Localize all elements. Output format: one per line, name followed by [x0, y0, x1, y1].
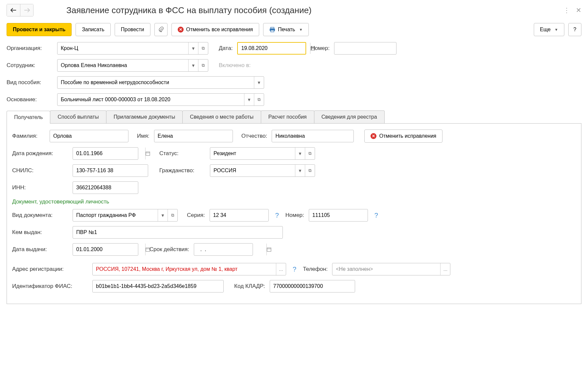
inn-input[interactable] — [73, 181, 138, 194]
middlename-input[interactable] — [272, 130, 354, 142]
firstname-input[interactable] — [154, 130, 233, 142]
idate-label: Дата выдачи: — [12, 246, 68, 253]
dropdown-icon[interactable]: ▼ — [158, 209, 168, 221]
docnum-input[interactable] — [309, 209, 368, 222]
org-input[interactable]: ▼ ⧉ — [57, 42, 208, 55]
calendar-icon[interactable] — [266, 244, 271, 255]
benefit-label: Вид пособия: — [7, 79, 53, 86]
number-input[interactable] — [334, 42, 396, 55]
nav-forward-button[interactable] — [20, 4, 33, 16]
dob-input[interactable] — [73, 147, 138, 160]
org-label: Организация: — [7, 45, 53, 52]
kebab-menu-icon[interactable]: ⋮ — [563, 6, 570, 14]
tab-recipient[interactable]: Получатель — [7, 111, 50, 124]
status-label: Статус: — [159, 150, 205, 157]
tab-documents[interactable]: Прилагаемые документы — [106, 110, 183, 123]
page-title: Заявление сотрудника в ФСС на выплату по… — [66, 5, 563, 15]
paperclip-icon — [158, 27, 164, 33]
phone-label: Телефон: — [303, 266, 328, 272]
included-label: Включено в: — [219, 62, 251, 69]
help-icon[interactable]: ? — [374, 212, 378, 219]
help-icon[interactable]: ? — [293, 266, 296, 273]
lastname-input[interactable] — [50, 130, 128, 142]
snils-input[interactable] — [73, 164, 148, 177]
basis-input[interactable]: ▼ ⧉ — [57, 93, 264, 106]
docnum-label: Номер: — [285, 212, 304, 219]
kladr-label: Код КЛАДР: — [234, 283, 265, 290]
fias-input[interactable] — [92, 280, 224, 293]
basis-label: Основание: — [7, 96, 53, 103]
series-input[interactable] — [210, 209, 269, 222]
kladr-input[interactable] — [270, 280, 355, 293]
undo-all-button[interactable]: ✕ Отменить все исправления — [171, 23, 259, 36]
open-icon[interactable]: ⧉ — [198, 59, 208, 71]
exp-label: Срок действия: — [149, 246, 189, 253]
close-icon[interactable]: ✕ — [576, 6, 581, 14]
svg-rect-0 — [271, 27, 274, 29]
tab-payment[interactable]: Способ выплаты — [50, 110, 106, 123]
dropdown-icon[interactable]: ▼ — [188, 42, 198, 54]
date-input[interactable] — [237, 42, 306, 55]
svg-rect-5 — [146, 152, 150, 155]
issued-label: Кем выдан: — [12, 229, 68, 236]
dropdown-icon[interactable]: ▼ — [295, 148, 305, 159]
open-icon[interactable]: ⧉ — [198, 42, 208, 54]
open-icon[interactable]: ⧉ — [305, 165, 315, 176]
nav-back-button[interactable] — [7, 4, 20, 16]
addr-input[interactable]: … — [92, 263, 286, 275]
lastname-label: Фамилия: — [12, 133, 45, 139]
cancel-icon: ✕ — [178, 27, 184, 33]
phone-input[interactable]: … — [332, 263, 450, 275]
employee-label: Сотрудник: — [7, 62, 53, 69]
exp-input[interactable] — [194, 243, 253, 256]
firstname-label: Имя: — [137, 133, 149, 139]
tab-calculation[interactable]: Расчет пособия — [261, 110, 314, 123]
number-label: Номер: — [311, 45, 329, 52]
dropdown-icon[interactable]: ▼ — [188, 59, 198, 71]
citizen-input[interactable]: ▼ ⧉ — [210, 164, 315, 177]
undo-button[interactable]: ✕ Отменить исправления — [364, 129, 442, 143]
more-button[interactable]: Еще ▼ — [534, 23, 564, 36]
doctype-input[interactable]: ▼ ⧉ — [73, 209, 178, 222]
cancel-icon: ✕ — [371, 133, 376, 139]
svg-rect-9 — [267, 248, 271, 251]
issued-input[interactable] — [73, 226, 283, 239]
more-icon[interactable]: … — [440, 263, 450, 275]
svg-rect-2 — [271, 30, 274, 32]
more-icon[interactable]: … — [276, 263, 286, 275]
open-icon[interactable]: ⧉ — [168, 209, 177, 221]
fias-label: Идентификатор ФИАС: — [12, 283, 88, 290]
tab-registry[interactable]: Сведения для реестра — [314, 110, 385, 123]
date-label: Дата: — [219, 45, 233, 52]
tab-workplace[interactable]: Сведения о месте работы — [182, 110, 261, 123]
dropdown-icon[interactable]: ▼ — [254, 77, 264, 88]
post-and-close-button[interactable]: Провести и закрыть — [7, 23, 72, 36]
series-label: Серия: — [187, 212, 205, 219]
doctype-label: Вид документа: — [12, 212, 68, 219]
id-section-title: Документ, удостоверяющий личность — [12, 199, 576, 205]
status-input[interactable]: ▼ ⧉ — [210, 147, 315, 160]
employee-input[interactable]: ▼ ⧉ — [57, 59, 208, 72]
dropdown-icon[interactable]: ▼ — [244, 94, 254, 106]
chevron-down-icon: ▼ — [554, 28, 558, 32]
addr-label: Адрес регистрации: — [12, 266, 88, 272]
open-icon[interactable]: ⧉ — [305, 148, 315, 159]
chevron-down-icon: ▼ — [299, 28, 303, 32]
post-button[interactable]: Провести — [115, 23, 150, 36]
benefit-input[interactable]: ▼ — [57, 76, 264, 89]
save-button[interactable]: Записать — [76, 23, 110, 36]
open-icon[interactable]: ⧉ — [254, 94, 264, 106]
middlename-label: Отчество: — [241, 133, 267, 139]
help-icon[interactable]: ? — [275, 212, 279, 219]
print-button[interactable]: Печать ▼ — [263, 23, 309, 36]
idate-input[interactable] — [73, 243, 138, 256]
attach-button[interactable] — [154, 23, 168, 36]
inn-label: ИНН: — [12, 184, 68, 191]
dob-label: Дата рождения: — [12, 150, 68, 157]
printer-icon — [269, 27, 275, 32]
snils-label: СНИЛС: — [12, 167, 68, 174]
help-button[interactable]: ? — [568, 23, 581, 36]
calendar-icon[interactable] — [145, 148, 150, 159]
dropdown-icon[interactable]: ▼ — [295, 165, 305, 176]
citizen-label: Гражданство: — [159, 167, 205, 174]
